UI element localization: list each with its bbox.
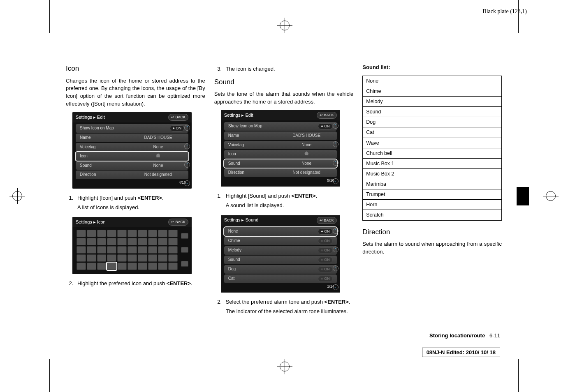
poi-icon [148,263,158,270]
poi-icon [138,230,147,237]
scroll-up-icon: ⌃ [333,123,338,129]
screenshot-settings-edit-sound: Settings ▸ Edit ↩ BACK Show Icon on Map●… [221,110,340,187]
sound-list-cell: Trumpet [363,189,502,200]
list-item: Highlight [Icon] and push <ENTER>. A lis… [75,194,205,212]
poi-icon [168,254,178,262]
row-value: DAD'S HOUSE [132,135,184,141]
poi-icon [87,263,96,270]
screenshot-title: Settings ▸ Edit [224,112,253,119]
crop-mark [519,359,568,359]
poi-icon [128,230,137,237]
sound-list-heading: Sound list: [362,64,502,71]
on-indicator: ● ON [170,125,184,131]
poi-icon [158,263,167,270]
row-label: Voicetag [228,142,281,148]
poi-icon [87,246,96,254]
direction-text: Sets the alarm to sound when approaching… [362,240,502,256]
screenshot-title: Settings ▸ Icon [76,219,106,226]
scroll-arrows: ⌃ ˄ ˅ ⌄ [333,228,339,290]
preview-icon [181,233,188,239]
column-2: The icon is changed. Sound Sets the tone… [214,64,354,317]
row-value: None [281,161,333,167]
plate-header: Black plate (123,1) [482,8,527,15]
row-label: Direction [80,172,132,178]
icon-intro: Changes the icon of the home or stored a… [66,77,205,108]
on-indicator: ● ON [318,123,332,129]
sound-list-cell: Horn [363,200,502,210]
crop-mark [519,33,568,33]
sound-list-cell: Scratch [363,210,502,220]
row-label: Show Icon on Map [228,123,318,129]
step-sub: A sound list is displayed. [226,202,354,210]
crop-mark [49,359,50,392]
section-tab-marker [517,187,529,205]
scroll-up-icon: ˄ [184,143,190,149]
poi-icon [77,230,86,237]
registration-mark [12,191,22,201]
poi-icon [87,238,96,245]
row-label: Name [80,135,132,141]
row-label: Chime [228,238,318,244]
registration-mark [280,21,290,30]
scroll-down-icon: ˅ [184,162,190,168]
icon-steps-2: Highlight the preferred icon and push <E… [66,278,205,289]
poi-icon [77,246,86,254]
row-label: Sound [228,257,318,263]
heading-direction: Direction [362,227,502,238]
row-value: DAD'S HOUSE [281,133,333,139]
row-value: None [281,142,333,148]
on-indicator: ○ ON [318,238,332,244]
screenshot-title: Settings ▸ Sound [224,217,259,224]
row-label: Melody [228,247,318,254]
on-indicator: ○ ON [318,247,332,254]
poi-icon [158,246,167,254]
row-label: Sound [228,161,281,167]
poi-icon [87,230,96,237]
poi-icon [168,246,178,254]
screenshot-settings-sound-list: Settings ▸ Sound ↩ BACK None● ON Chime○ … [221,215,340,293]
registration-mark [280,362,290,371]
sound-steps-2: Select the preferred alarm tone and push… [214,297,354,317]
crop-mark [518,0,519,33]
sound-list-cell: None [363,76,502,86]
list-item: Highlight the preferred icon and push <E… [75,280,205,288]
poi-icon [148,230,158,237]
icon-preview-column [181,229,188,271]
page-indicator: 5/10 [224,178,337,183]
poi-icon [148,238,158,245]
scroll-up-icon: ˄ [333,141,338,147]
sound-list-cell: Music Box 2 [363,168,502,179]
screenshot-settings-icon-grid: Settings ▸ Icon ↩ BACK [72,217,192,274]
sound-steps-1: Highlight [Sound] and push <ENTER>. A so… [214,191,354,211]
poi-icon-selected [107,263,116,270]
back-icon: ↩ BACK [168,219,188,226]
crop-mark [518,359,519,392]
poi-icon [158,238,167,245]
list-item: Highlight [Sound] and push <ENTER>. A so… [223,192,354,210]
section-footer: Storing location/route 6-11 [429,332,500,339]
row-value: None [132,144,184,150]
poi-icon [128,263,137,270]
poi-icon [87,254,96,262]
registration-mark [546,191,556,201]
poi-icon [97,238,107,245]
step-sub: The indicator of the selected alarm tone… [226,308,354,316]
back-icon: ↩ BACK [168,114,188,121]
sound-list-table: NoneChimeMelodySoundDogCatWaveChurch bel… [362,76,502,221]
poi-icon [128,254,137,262]
row-label: Dog [228,266,318,272]
sound-list-cell: Melody [363,97,502,107]
on-indicator: ● ON [318,228,332,235]
poi-icon [158,254,167,262]
row-value: None [132,163,184,169]
sound-list-cell: Cat [363,127,502,138]
column-3: Sound list: NoneChimeMelodySoundDogCatWa… [362,64,502,317]
crop-mark [0,33,49,33]
sound-list-cell: Marimba [363,179,502,189]
poi-icon [117,254,127,262]
row-value: Not designated [281,170,333,176]
poi-icon [158,230,167,237]
heading-sound: Sound [214,77,354,88]
sound-list-cell: Dog [363,117,502,127]
preview-icon [181,261,188,267]
